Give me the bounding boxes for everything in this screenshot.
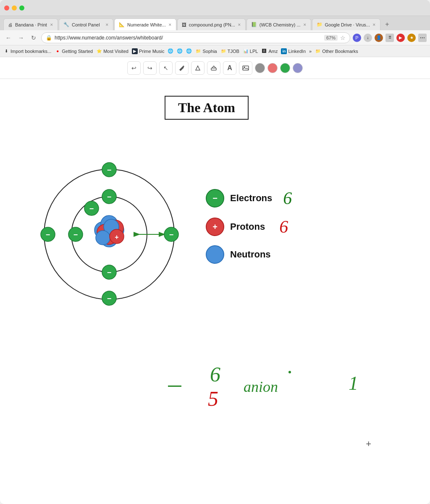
bookmark-globe2[interactable]: 🌐 bbox=[177, 48, 183, 54]
tab-bandana[interactable]: 🖨 Bandana · Print ✕ bbox=[3, 18, 58, 30]
proton-icon: + bbox=[206, 218, 224, 236]
bookmark-star-icon[interactable]: ☆ bbox=[340, 34, 346, 41]
legend-protons: + Protons 6 bbox=[206, 217, 292, 237]
bookmark-lpl[interactable]: 📊 LPL bbox=[243, 48, 258, 54]
tab-close-icon[interactable]: ✕ bbox=[105, 23, 109, 27]
tab-label: Control Panel bbox=[72, 22, 100, 27]
bookmarks-bar: ⬇ Import bookmarks... ● Getting Started … bbox=[0, 45, 430, 57]
svg-rect-0 bbox=[211, 68, 216, 70]
select-tool[interactable]: ↖ bbox=[159, 61, 173, 75]
refresh-button[interactable]: ↻ bbox=[29, 33, 39, 43]
bookmark-most-visited[interactable]: ⭐ Most Visited bbox=[96, 48, 128, 54]
bookmark-label: Sophia bbox=[202, 49, 217, 54]
import-icon: ⬇ bbox=[3, 48, 9, 54]
color-gray[interactable] bbox=[255, 63, 265, 73]
close-button[interactable] bbox=[4, 5, 9, 10]
tab-control-panel[interactable]: 🔧 Control Panel ✕ bbox=[59, 18, 113, 30]
bookmark-globe3[interactable]: 🌐 bbox=[186, 48, 192, 54]
browser-window: 🖨 Bandana · Print ✕ 🔧 Control Panel ✕ 📐 … bbox=[0, 0, 430, 504]
more-bookmarks-icon: » bbox=[309, 49, 312, 54]
pen-tool[interactable] bbox=[175, 61, 189, 75]
minimize-button[interactable] bbox=[12, 5, 17, 10]
bookmark-other[interactable]: 📁 Other Bookmarks bbox=[315, 48, 358, 54]
text-tool[interactable]: A bbox=[223, 61, 236, 75]
folder-icon: 📁 bbox=[195, 48, 201, 54]
tab-favicon: 📐 bbox=[119, 22, 125, 27]
bookmark-globe1[interactable]: 🌐 bbox=[168, 48, 173, 54]
tab-numerade[interactable]: 📐 Numerade White... ✕ bbox=[114, 18, 176, 30]
neutron-icon bbox=[206, 245, 224, 264]
svg-point-18 bbox=[96, 231, 110, 245]
tab-wcb[interactable]: 📗 (WCB Chemistry) ... ✕ bbox=[246, 18, 311, 30]
tabs-bar: 🖨 Bandana · Print ✕ 🔧 Control Panel ✕ 📐 … bbox=[0, 16, 430, 30]
bookmark-label: Prime Music bbox=[139, 49, 165, 54]
globe-icon: 🌐 bbox=[177, 48, 183, 54]
bookmark-label: LPL bbox=[250, 49, 258, 54]
bookmark-amz[interactable]: 🅰 Amz bbox=[261, 48, 278, 54]
bookmark-getting-started[interactable]: ● Getting Started bbox=[55, 48, 93, 54]
traffic-lights bbox=[4, 5, 24, 10]
bookmark-tjob[interactable]: 📁 TJOB bbox=[220, 48, 239, 54]
image-tool[interactable] bbox=[239, 61, 252, 75]
tab-close-icon[interactable]: ✕ bbox=[303, 23, 307, 27]
tab-favicon: 📗 bbox=[251, 22, 257, 27]
url-text: https://www.numerade.com/answers/whitebo… bbox=[55, 35, 322, 41]
bookmark-import[interactable]: ⬇ Import bookmarks... bbox=[3, 48, 51, 54]
tab-close-icon[interactable]: ✕ bbox=[168, 23, 172, 27]
globe-icon: 🌐 bbox=[186, 48, 192, 54]
tab-close-icon[interactable]: ✕ bbox=[372, 23, 376, 27]
profile-icon[interactable]: 👤 bbox=[375, 34, 383, 42]
bookmark-sophia[interactable]: 📁 Sophia bbox=[195, 48, 217, 54]
add-element-button[interactable]: + bbox=[366, 438, 371, 449]
bookmark-more[interactable]: » bbox=[309, 49, 312, 54]
svg-point-42 bbox=[288, 371, 291, 373]
address-bar[interactable]: 🔒 https://www.numerade.com/answers/white… bbox=[41, 32, 350, 43]
nav-bar: ← → ↻ 🔒 https://www.numerade.com/answers… bbox=[0, 30, 430, 45]
bookmark-linkedin[interactable]: in LinkedIn bbox=[281, 48, 306, 54]
title-bar bbox=[0, 0, 430, 16]
undo-button[interactable]: ↩ bbox=[127, 61, 141, 75]
svg-text:+: + bbox=[115, 234, 118, 241]
eraser-tool[interactable] bbox=[207, 61, 220, 75]
redo-button[interactable]: ↪ bbox=[143, 61, 157, 75]
extensions-icon[interactable]: ⠿ bbox=[385, 34, 394, 42]
bookmark-label: Most Visited bbox=[103, 49, 128, 54]
chart-icon: 📊 bbox=[243, 48, 249, 54]
bookmark-label: Import bookmarks... bbox=[10, 49, 51, 54]
globe-icon: 🌐 bbox=[168, 48, 173, 54]
pocket-icon[interactable]: P bbox=[353, 34, 361, 42]
svg-text:−: − bbox=[107, 268, 112, 277]
download-icon[interactable]: ↓ bbox=[364, 34, 372, 42]
app-icon[interactable]: ★ bbox=[407, 34, 416, 42]
bookmark-label: Other Bookmarks bbox=[322, 49, 358, 54]
electrons-label: Electrons bbox=[230, 193, 272, 204]
color-red[interactable] bbox=[267, 63, 278, 73]
electron-icon: − bbox=[206, 189, 224, 207]
color-purple[interactable] bbox=[293, 63, 303, 73]
tab-favicon: 🖨 bbox=[8, 22, 13, 27]
neutrons-label: Neutrons bbox=[230, 249, 271, 260]
tab-close-icon[interactable]: ✕ bbox=[50, 23, 53, 27]
svg-text:5: 5 bbox=[208, 387, 218, 410]
tab-label: compoound.png (PN... bbox=[189, 22, 235, 27]
atom-title: The Atom bbox=[165, 96, 249, 120]
tab-google-drive[interactable]: 📁 Google Drive · Virus... ✕ bbox=[312, 18, 380, 30]
back-button[interactable]: ← bbox=[3, 33, 13, 43]
svg-text:−: − bbox=[169, 231, 174, 239]
amz-icon: 🅰 bbox=[261, 48, 267, 54]
tab-close-icon[interactable]: ✕ bbox=[238, 23, 241, 27]
whiteboard[interactable]: The Atom bbox=[0, 79, 430, 504]
new-tab-button[interactable]: + bbox=[381, 18, 393, 30]
svg-text:—: — bbox=[168, 378, 181, 393]
shape-tool[interactable] bbox=[191, 61, 205, 75]
color-green[interactable] bbox=[280, 63, 290, 73]
video-icon[interactable]: ▶ bbox=[396, 34, 405, 42]
maximize-button[interactable] bbox=[19, 5, 24, 10]
bookmark-label: LinkedIn bbox=[288, 49, 306, 54]
forward-button[interactable]: → bbox=[16, 33, 26, 43]
bookmark-prime-music[interactable]: ▶ Prime Music bbox=[132, 48, 165, 54]
browser-settings-icon[interactable]: ⋯ bbox=[418, 34, 427, 42]
star-icon: ⭐ bbox=[96, 48, 102, 54]
tab-favicon: 🔧 bbox=[63, 22, 69, 27]
tab-compound-png[interactable]: 🖼 compoound.png (PN... ✕ bbox=[177, 18, 246, 30]
